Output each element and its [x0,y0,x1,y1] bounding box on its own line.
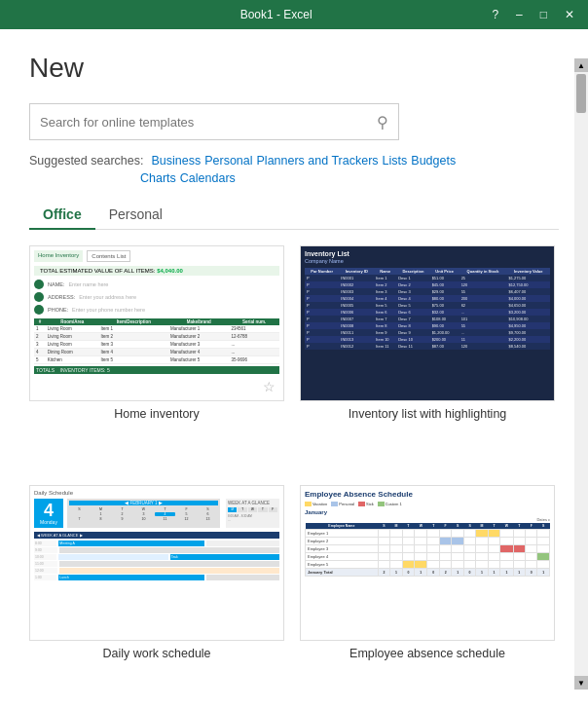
template-thumb-home-inventory: Home Inventory Contents List TOTAL ESTIM… [29,245,284,401]
suggested-link-budgets[interactable]: Budgets [411,154,456,168]
scroll-down-button[interactable]: ▼ [574,676,588,690]
template-grid: Home Inventory Contents List TOTAL ESTIM… [29,245,559,709]
suggested-link-personal[interactable]: Personal [204,154,252,168]
suggested-link-calendars[interactable]: Calendars [180,171,236,185]
minimize-button[interactable]: – [510,8,529,21]
template-card-daily-schedule[interactable]: Daily Schedule 4 Monday ◀ FEBRUARY 1 ▶ S… [29,485,284,709]
suggested-link-charts[interactable]: Charts [140,171,176,185]
template-thumb-daily-schedule: Daily Schedule 4 Monday ◀ FEBRUARY 1 ▶ S… [29,485,284,641]
template-card-employee-absence[interactable]: Employee Absence Schedule Vacation Perso… [300,485,555,709]
suggested-link-lists[interactable]: Lists [383,154,408,168]
tab-office[interactable]: Office [29,201,95,230]
template-thumb-employee-absence: Employee Absence Schedule Vacation Perso… [300,485,555,641]
title-bar: Book1 - Excel ? – □ ✕ [0,0,588,29]
template-name-inventory-highlighting: Inventory list with highlighting [349,407,507,429]
main-content: New ⚲ Suggested searches: Business Perso… [0,29,588,709]
scroll-up-button[interactable]: ▲ [574,58,588,72]
window-title: Book1 - Excel [66,8,486,21]
close-button[interactable]: ✕ [559,8,580,21]
search-icon: ⚲ [377,113,388,131]
window-controls: ? – □ ✕ [486,8,580,21]
search-input[interactable] [40,115,377,130]
template-tabs: Office Personal [29,201,559,230]
suggested-searches: Suggested searches: Business Personal Pl… [29,154,559,185]
suggested-link-business[interactable]: Business [151,154,201,168]
restore-button[interactable]: □ [534,8,553,21]
suggested-link-planners[interactable]: Planners and Trackers [257,154,379,168]
page-title: New [29,53,559,84]
template-name-home-inventory: Home inventory [114,407,200,429]
template-card-home-inventory[interactable]: Home Inventory Contents List TOTAL ESTIM… [29,245,284,469]
scrollbar: ▲ ▼ [574,58,588,690]
help-button[interactable]: ? [486,8,504,21]
star-icon[interactable]: ☆ [263,379,276,394]
template-name-employee-absence: Employee absence schedule [349,647,505,668]
template-card-inventory-highlighting[interactable]: Inventory List Company Name Par NumberIn… [300,245,555,469]
template-name-daily-schedule: Daily work schedule [102,647,210,668]
template-thumb-inventory-highlighting: Inventory List Company Name Par NumberIn… [300,245,555,401]
tab-personal[interactable]: Personal [95,201,176,230]
suggested-label: Suggested searches: [29,154,143,168]
search-bar[interactable]: ⚲ [29,103,399,140]
